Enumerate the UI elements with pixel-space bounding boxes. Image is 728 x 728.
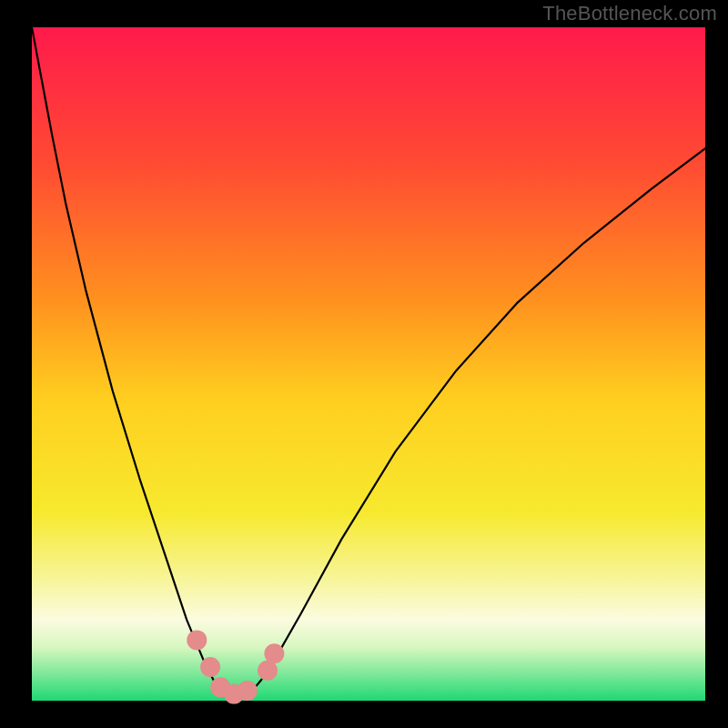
plot-background (32, 27, 705, 701)
chart-frame: TheBottleneck.com (0, 0, 728, 728)
curve-marker (238, 681, 258, 701)
curve-marker (264, 643, 284, 663)
curve-marker (200, 657, 220, 677)
curve-marker (187, 630, 207, 650)
chart-svg (0, 0, 728, 728)
